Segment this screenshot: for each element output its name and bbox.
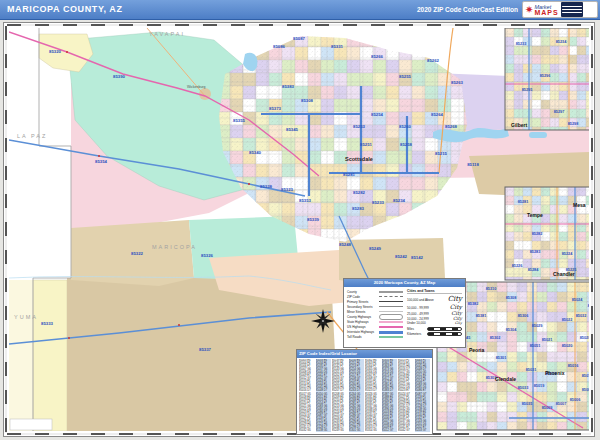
legend-item-label: Toll Roads bbox=[347, 335, 377, 339]
population-range: 25,000 - 49,999 bbox=[407, 312, 429, 316]
zip-label: 85262 bbox=[427, 58, 440, 63]
yuma-county-area bbox=[9, 280, 33, 431]
zip-label: 85263 bbox=[451, 80, 464, 85]
inset-zip-label: 85302 bbox=[490, 336, 501, 340]
inset-zip-label: 85020 bbox=[562, 344, 573, 348]
inset-zip-label: 85016 bbox=[568, 364, 579, 368]
legend-item-sample bbox=[379, 336, 403, 338]
inset-zip-label: 85284 bbox=[528, 268, 539, 272]
legend-item-label: US Highways bbox=[347, 325, 377, 329]
zip-label: 85248 bbox=[339, 242, 352, 247]
legend-panel: 2020 Maricopa County, AZ Map CountyZIP C… bbox=[343, 278, 466, 348]
zip-label: 85268 bbox=[445, 124, 458, 129]
zip-label: 85390 bbox=[113, 74, 126, 79]
inset-city-label: Phoenix bbox=[545, 370, 565, 376]
grid-ticks-left bbox=[5, 26, 7, 433]
inset-zip-label: 85007 bbox=[556, 402, 567, 406]
inset-city-label: Gilbert bbox=[511, 122, 527, 128]
inset-zip-label: 85226 bbox=[512, 264, 523, 268]
zip-label: 85251 bbox=[360, 142, 373, 147]
grid-ticks-top bbox=[7, 24, 591, 26]
zip-index-header: ZIP Code Index/Grid Locator bbox=[297, 350, 432, 358]
inset-zip-label: 85308 bbox=[506, 296, 517, 300]
legend-item-sample bbox=[379, 311, 403, 312]
inset-zip-label: 85234 bbox=[556, 40, 567, 44]
population-class-row: 50,000 - 99,999City bbox=[407, 303, 462, 310]
logo-star-icon: ✷ bbox=[525, 5, 533, 15]
map-poster: MARICOPA COUNTY, AZ 2020 ZIP Code ColorC… bbox=[0, 0, 600, 440]
zip-label: 85326 bbox=[201, 253, 214, 258]
inset-zip-label: 85297 bbox=[554, 110, 565, 114]
zip-label: 85339 bbox=[307, 217, 320, 222]
inset-zip-label: 85281 bbox=[518, 200, 529, 204]
inset-zip-label: 85009 bbox=[542, 406, 553, 410]
zip-index-column: 85355 E685361 F685363 F785373 G685374 D6… bbox=[382, 359, 398, 432]
inset-city-label: Chandler bbox=[553, 271, 575, 277]
population-sample-text: City bbox=[450, 303, 462, 310]
zip-index-column: 85013 F585014 E585015 H685016 D785017 G5… bbox=[398, 359, 414, 432]
legend-item-sample bbox=[379, 296, 403, 297]
zip-index-entry: 85203 G7 bbox=[415, 429, 431, 432]
zip-label: 85249 bbox=[369, 246, 382, 251]
legend-header: 2020 Maricopa County, AZ Map bbox=[344, 279, 465, 287]
zip-label: 85264 bbox=[431, 112, 444, 117]
legend-line-item: County Highways bbox=[347, 314, 403, 319]
legend-population-header: Cities and Towns bbox=[407, 289, 462, 294]
zip-label: 85337 bbox=[199, 347, 212, 352]
logo-brand-bottom: MAPS bbox=[534, 10, 558, 15]
scale-bar-miles: Miles bbox=[407, 327, 462, 331]
inset-zip-label: 85381 bbox=[476, 314, 487, 318]
population-class-row: 100,000 and AboveCity bbox=[407, 295, 462, 303]
zip-label: 85323 bbox=[281, 187, 294, 192]
zip-label: 85215 bbox=[435, 151, 448, 156]
zip-label: 85345 bbox=[286, 127, 299, 132]
inset-zip-label: 85028 bbox=[580, 336, 589, 340]
zip-index-column: 85250 E685251 F685253 F785254 G685255 D6… bbox=[349, 359, 365, 432]
zip-label: 85322 bbox=[131, 251, 144, 256]
inset-zip-label: 85019 bbox=[534, 384, 545, 388]
grid-ticks-right bbox=[591, 26, 593, 433]
zip-label: 85242 bbox=[395, 254, 408, 259]
legend-item-label: County Highways bbox=[347, 315, 377, 319]
zip-label: 85308 bbox=[301, 98, 314, 103]
scale-miles-label: Miles bbox=[407, 327, 425, 331]
zip-label: 85255 bbox=[399, 74, 412, 79]
inset-zip-label: 85310 bbox=[486, 287, 497, 291]
zip-label: 85266 bbox=[371, 54, 384, 59]
legend-item-label: Secondary Streets bbox=[347, 305, 377, 309]
scale-bar-kilometers: Kilometers bbox=[407, 332, 462, 336]
inset-zip-label: 85382 bbox=[468, 302, 479, 306]
zip-index-column: 85302 E685303 F685304 F785305 G685306 D6… bbox=[365, 359, 381, 432]
inset-zip-label: 85224 bbox=[562, 252, 573, 256]
zip-label: 85142 bbox=[411, 255, 424, 260]
inset-zip-label: 85282 bbox=[532, 232, 543, 236]
inset-zip-label: 85021 bbox=[542, 338, 553, 342]
zip-label: 85260 bbox=[399, 124, 412, 129]
city-label: Wickenburg bbox=[187, 85, 206, 89]
zip-index-entry: 85042 G7 bbox=[398, 429, 414, 432]
zip-label: 85340 bbox=[249, 150, 262, 155]
inset-zip-label: 85298 bbox=[568, 122, 579, 126]
zip-index-table: 85003 E685004 F685006 F785007 G685008 D6… bbox=[297, 358, 432, 433]
zip-label: 85320 bbox=[49, 49, 62, 54]
zip-label: 85354 bbox=[95, 159, 108, 164]
zip-index-column: 85139 E685140 F685142 F785143 G685201 D6… bbox=[332, 359, 348, 432]
zip-label: 85373 bbox=[269, 106, 282, 111]
county-label: MARICOPA bbox=[152, 244, 197, 250]
inset-zip-label: 85233 bbox=[516, 42, 527, 46]
inset-zip-label: 85022 bbox=[562, 318, 573, 322]
inset-zip-label: 85296 bbox=[540, 74, 551, 78]
legend-item-sample bbox=[379, 301, 403, 302]
legend-item-sample bbox=[379, 326, 403, 328]
inset-city-label: Peoria bbox=[469, 347, 485, 353]
legend-item-sample bbox=[379, 314, 403, 320]
legend-item-label: County bbox=[347, 290, 377, 294]
region-85333 bbox=[33, 280, 67, 431]
inset-zip-label: 85304 bbox=[506, 328, 517, 332]
zip-label: 85338 bbox=[260, 184, 273, 189]
inset-zip-label: 85051 bbox=[530, 344, 541, 348]
inset-zip-label: 85050 bbox=[588, 304, 589, 308]
scale-kilometers-label: Kilometers bbox=[407, 332, 425, 336]
inset-zip-label: 85033 bbox=[518, 386, 529, 390]
page-title: MARICOPA COUNTY, AZ bbox=[7, 4, 123, 14]
